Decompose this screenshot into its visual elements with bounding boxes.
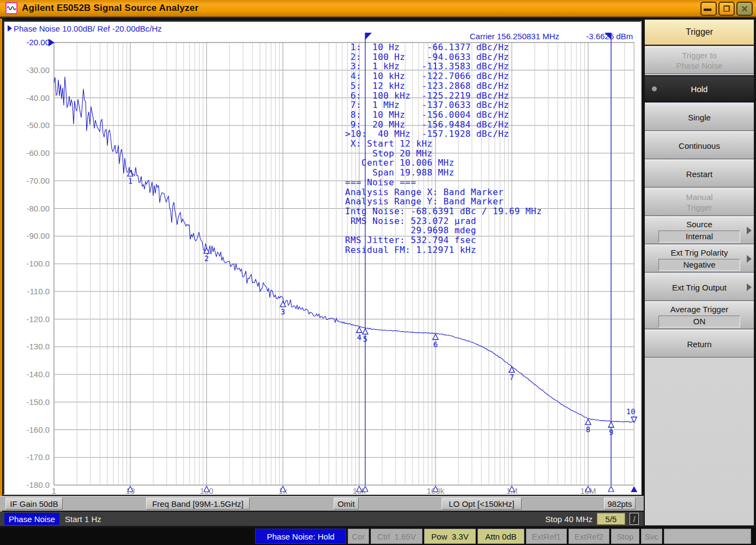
svg-text:-60.00: -60.00 bbox=[26, 148, 50, 158]
svg-text:-140.0: -140.0 bbox=[26, 370, 50, 379]
svg-text:-70.00: -70.00 bbox=[26, 176, 50, 185]
softkey-restart[interactable]: Restart bbox=[645, 160, 754, 187]
app-window: Agilent E5052B Signal Source Analyzer ▬ … bbox=[0, 0, 756, 545]
softkey-value: ON bbox=[658, 316, 740, 328]
svg-text:-50.00: -50.00 bbox=[26, 120, 50, 130]
title-bar: Agilent E5052B Signal Source Analyzer ▬ … bbox=[0, 0, 756, 17]
svg-text:-30.00: -30.00 bbox=[26, 65, 50, 75]
svg-text:-80.00: -80.00 bbox=[26, 204, 50, 213]
softkey-hold[interactable]: Hold bbox=[645, 75, 754, 102]
svg-text:-180.0: -180.0 bbox=[26, 480, 50, 489]
svg-text:-40.00: -40.00 bbox=[26, 93, 50, 102]
svg-text:4: 4 bbox=[357, 333, 361, 342]
svg-text:3: 3 bbox=[281, 307, 285, 316]
svg-text:7: 7 bbox=[510, 373, 514, 382]
bottom-softkey-982pts[interactable]: 982pts bbox=[604, 498, 636, 510]
softkey-label: Return bbox=[687, 339, 711, 349]
band-marker-stop bbox=[604, 33, 611, 485]
softkey-ext-trig-output[interactable]: Ext Trig Output bbox=[645, 274, 754, 301]
svg-text:-100.0: -100.0 bbox=[26, 259, 50, 268]
softkey-label: Ext Trig Output bbox=[672, 282, 727, 293]
left-edge-strip bbox=[0, 19, 2, 525]
softkey-ext-trig-polarity[interactable]: Ext Trig PolarityNegative bbox=[645, 245, 754, 272]
minimize-icon: ▬ bbox=[701, 3, 716, 15]
bottom-softkey-freq-band-99m-1-5ghz-[interactable]: Freq Band [99M-1.5GHz] bbox=[146, 498, 250, 510]
svg-text:10: 10 bbox=[626, 407, 636, 416]
sweep-spinner: / bbox=[630, 513, 639, 525]
softkey-label: Source bbox=[686, 219, 712, 229]
softkey-value: Negative bbox=[658, 259, 740, 271]
phase-noise-chart: -20.00-30.00-40.00-50.00-60.00-70.00-80.… bbox=[4, 22, 640, 494]
svg-text:1: 1 bbox=[128, 177, 132, 185]
svg-text:-170.0: -170.0 bbox=[26, 452, 50, 462]
ref-level-arrow-icon bbox=[49, 39, 55, 46]
softkey-label: Average Trigger bbox=[670, 304, 728, 314]
status-phase-noise-hold: Phase Noise: Hold bbox=[255, 529, 346, 544]
trace-active-icon bbox=[8, 25, 12, 32]
bottom-softkey-if-gain-50db[interactable]: IF Gain 50dB bbox=[5, 498, 63, 510]
softkey-label: Continuous bbox=[679, 141, 720, 151]
close-button[interactable]: ✕ bbox=[736, 2, 753, 16]
softkey-label: Manual Trigger bbox=[686, 192, 712, 213]
sweep-start-label: Start 1 Hz bbox=[65, 514, 101, 524]
submenu-arrow-icon bbox=[747, 283, 752, 291]
status-extref2: ExtRef2 bbox=[568, 529, 609, 544]
channel-tab-phase-noise[interactable]: Phase Noise bbox=[4, 513, 59, 525]
svg-text:-120.0: -120.0 bbox=[26, 314, 50, 324]
plot-grid bbox=[54, 43, 634, 485]
softkey-trigger-to-phase-noise: Trigger to Phase Noise bbox=[645, 47, 754, 74]
instrument-status-bar: Phase Noise: HoldCorCtrl 1.65VPow 3.3VAt… bbox=[0, 528, 756, 545]
softkey-label: Single bbox=[688, 112, 711, 123]
softkey-manual-trigger: Manual Trigger bbox=[645, 189, 754, 216]
softkey-continuous[interactable]: Continuous bbox=[645, 132, 754, 159]
selected-bullet-icon bbox=[652, 87, 657, 92]
status-pow-3-3v: Pow 3.3V bbox=[424, 529, 476, 544]
softkey-label: Trigger to Phase Noise bbox=[676, 50, 722, 71]
close-icon: ✕ bbox=[737, 3, 752, 15]
window-controls: ▬ ❐ ✕ bbox=[700, 2, 753, 16]
bottom-softkey-lo-opt-150khz-[interactable]: LO Opt [<150kHz] bbox=[441, 498, 522, 510]
softkey-return[interactable]: Return bbox=[645, 330, 754, 358]
minimize-button[interactable]: ▬ bbox=[700, 2, 717, 16]
softkey-single[interactable]: Single bbox=[645, 104, 754, 131]
softkey-source[interactable]: SourceInternal bbox=[645, 217, 754, 244]
svg-text:1: 1 bbox=[52, 486, 56, 494]
restore-button[interactable]: ❐ bbox=[718, 2, 735, 16]
page-indicator: 5/5 bbox=[597, 513, 625, 525]
status-attn-0db: Attn 0dB bbox=[477, 529, 524, 544]
svg-text:6: 6 bbox=[433, 340, 438, 349]
softkey-menu-panel: Trigger Trigger to Phase NoiseHoldSingle… bbox=[645, 20, 754, 525]
softkey-label: Hold bbox=[691, 84, 708, 94]
trace-header: Phase Noise 10.00dB/ Ref -20.00dBc/Hz bbox=[8, 24, 162, 33]
svg-text:8: 8 bbox=[586, 425, 590, 434]
submenu-arrow-icon bbox=[747, 255, 752, 263]
axis-labels: -20.00-30.00-40.00-50.00-60.00-70.00-80.… bbox=[26, 38, 596, 494]
svg-text:Carrier 156.250831 MHz: Carrier 156.250831 MHz bbox=[470, 32, 559, 41]
window-title: Agilent E5052B Signal Source Analyzer bbox=[22, 3, 198, 14]
svg-text:-110.0: -110.0 bbox=[27, 287, 50, 296]
main-content: -20.00-30.00-40.00-50.00-60.00-70.00-80.… bbox=[0, 19, 756, 545]
softkey-label: Restart bbox=[686, 169, 712, 179]
submenu-arrow-icon bbox=[747, 227, 752, 234]
softkey-label: Ext Trig Polarity bbox=[670, 247, 728, 258]
softkey-value: Internal bbox=[658, 231, 740, 243]
restore-icon: ❐ bbox=[719, 3, 734, 15]
phase-noise-trace bbox=[54, 77, 634, 422]
channel-status-bar: Phase Noise Start 1 Hz Stop 40 MHz 5/5 / bbox=[0, 512, 644, 526]
svg-text:9: 9 bbox=[609, 428, 613, 437]
svg-text:-90.00: -90.00 bbox=[26, 231, 50, 240]
status-blank bbox=[664, 529, 751, 544]
sweep-stop-label: Stop 40 MHz bbox=[545, 514, 592, 524]
status-extref1: ExtRef1 bbox=[526, 529, 567, 544]
svg-text:5: 5 bbox=[363, 335, 367, 343]
status-svc: Svc bbox=[641, 529, 662, 544]
svg-text:-160.0: -160.0 bbox=[26, 425, 50, 434]
softkey-average-trigger[interactable]: Average TriggerON bbox=[645, 302, 754, 329]
bottom-softkey-omit[interactable]: Omit bbox=[334, 498, 359, 510]
measurement-softkey-bar: IF Gain 50dBFreq Band [99M-1.5GHz]OmitLO… bbox=[0, 496, 644, 511]
svg-text:-130.0: -130.0 bbox=[26, 342, 50, 351]
marker-10: 10 bbox=[626, 407, 637, 492]
band-marker-start bbox=[365, 33, 372, 485]
status-ctrl-1-65v: Ctrl 1.65V bbox=[371, 529, 422, 544]
app-icon bbox=[5, 2, 17, 14]
